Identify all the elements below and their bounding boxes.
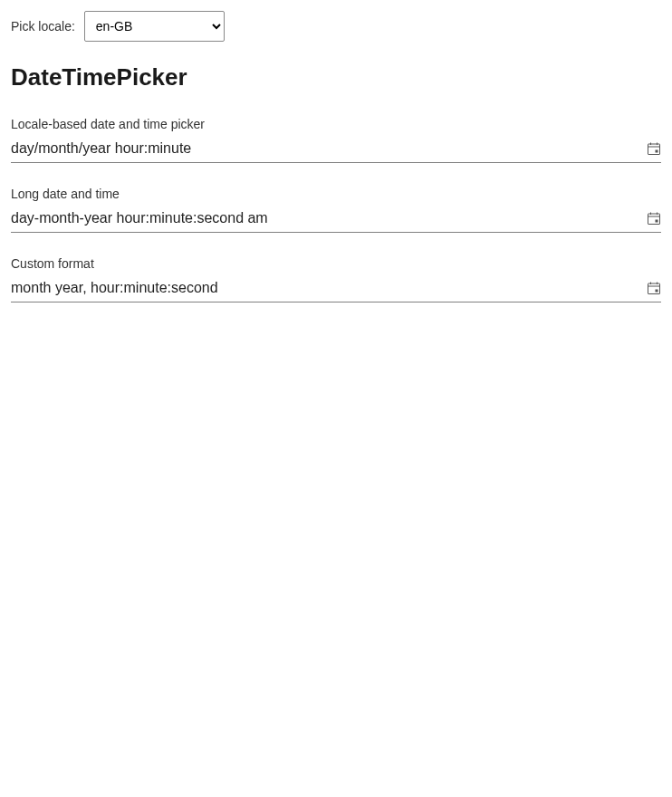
calendar-icon[interactable] — [647, 211, 661, 226]
locale-label: Pick locale: — [11, 19, 75, 34]
locale-picker-row: Pick locale: en-GB — [11, 11, 661, 42]
picker-placeholder: month year, hour:minute:second — [11, 280, 218, 296]
picker-block: Locale-based date and time picker day/mo… — [11, 117, 661, 163]
svg-rect-10 — [648, 283, 660, 294]
picker-label: Locale-based date and time picker — [11, 117, 661, 131]
locale-select[interactable]: en-GB — [84, 11, 225, 42]
datetime-picker-input[interactable]: day-month-year hour:minute:second am — [11, 210, 661, 233]
picker-block: Long date and time day-month-year hour:m… — [11, 187, 661, 233]
svg-rect-9 — [656, 220, 658, 223]
picker-block: Custom format month year, hour:minute:se… — [11, 256, 661, 302]
svg-rect-0 — [648, 144, 660, 155]
svg-rect-14 — [656, 290, 658, 293]
svg-rect-5 — [648, 214, 660, 225]
calendar-icon[interactable] — [647, 141, 661, 156]
picker-label: Long date and time — [11, 187, 661, 201]
svg-rect-4 — [656, 150, 658, 153]
picker-placeholder: day/month/year hour:minute — [11, 140, 191, 157]
datetime-picker-input[interactable]: day/month/year hour:minute — [11, 140, 661, 163]
picker-placeholder: day-month-year hour:minute:second am — [11, 210, 268, 226]
picker-label: Custom format — [11, 256, 661, 271]
datetime-picker-input[interactable]: month year, hour:minute:second — [11, 280, 661, 302]
calendar-icon[interactable] — [647, 281, 661, 295]
page-title: DateTimePicker — [11, 63, 661, 91]
